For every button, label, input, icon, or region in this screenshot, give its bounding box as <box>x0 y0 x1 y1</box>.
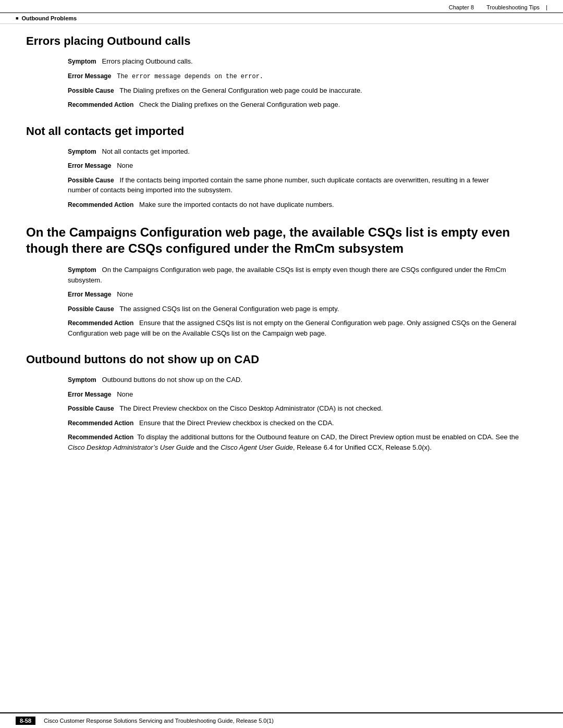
section-outbound-buttons: Outbound buttons do not show up on CAD S… <box>26 353 537 452</box>
field-value-error-3: None <box>117 290 133 298</box>
footer-title: Cisco Customer Response Solutions Servic… <box>44 718 274 724</box>
field-possible-cause-1: Possible Cause The Dialing prefixes on t… <box>68 85 537 96</box>
field-label-symptom-3: Symptom <box>68 266 96 274</box>
field-value-action-4a: Ensure that the Direct Preview checkbox … <box>139 419 334 427</box>
field-value-action-4b-2: and the <box>194 443 221 451</box>
section-label: Troubleshooting Tips <box>486 4 540 10</box>
field-label-error-3: Error Message <box>68 291 111 298</box>
field-symptom-3: Symptom On the Campaigns Configuration w… <box>68 265 537 285</box>
field-rec-action-1: Recommended Action Check the Dialing pre… <box>68 100 537 110</box>
chapter-label: Chapter 8 <box>449 4 474 10</box>
field-label-action-4a: Recommended Action <box>68 419 133 427</box>
field-symptom-4: Symptom Outbound buttons do not show up … <box>68 375 537 385</box>
section-title-outbound: Outbound buttons do not show up on CAD <box>26 353 537 366</box>
field-label-action-3: Recommended Action <box>68 319 133 327</box>
field-error-msg-2: Error Message None <box>68 161 537 171</box>
field-value-symptom-2: Not all contacts get imported. <box>102 147 190 155</box>
field-value-action-3: Ensure that the assigned CSQs list is no… <box>68 319 516 337</box>
breadcrumb-text: Outbound Problems <box>21 15 77 21</box>
field-value-error-2: None <box>117 162 133 169</box>
footer-page-num: 8-58 <box>16 717 35 725</box>
section-not-all-contacts: Not all contacts get imported Symptom No… <box>26 125 537 210</box>
section-title-contacts: Not all contacts get imported <box>26 125 537 138</box>
field-value-action-4b-italic1: Cisco Desktop Administrator’s User Guide <box>68 443 194 451</box>
field-label-cause-1: Possible Cause <box>68 87 114 94</box>
field-value-cause-4: The Direct Preview checkbox on the Cisco… <box>119 404 383 412</box>
field-value-symptom-1: Errors placing Outbound calls. <box>102 57 193 65</box>
field-label-cause-2: Possible Cause <box>68 177 114 184</box>
main-content: Errors placing Outbound calls Symptom Er… <box>0 24 563 509</box>
field-value-error-1: The error message depends on the error. <box>117 73 263 80</box>
field-error-msg-1: Error Message The error message depends … <box>68 71 537 81</box>
field-value-cause-3: The assigned CSQs list on the General Co… <box>119 305 339 313</box>
field-error-msg-3: Error Message None <box>68 289 537 300</box>
field-value-symptom-4: Outbound buttons do not show up on the C… <box>102 376 243 384</box>
field-value-error-4: None <box>117 390 133 398</box>
section-title-errors: Errors placing Outbound calls <box>26 34 537 48</box>
field-label-action-2: Recommended Action <box>68 201 133 208</box>
field-value-action-4b-1: To display the additional buttons for th… <box>137 433 519 441</box>
breadcrumb-bar: Outbound Problems <box>0 13 563 24</box>
field-label-error-2: Error Message <box>68 162 111 169</box>
section-campaigns-config: On the Campaigns Configuration web page,… <box>26 224 537 338</box>
field-label-action-1: Recommended Action <box>68 101 133 108</box>
field-label-symptom-2: Symptom <box>68 148 96 155</box>
field-value-action-4b-italic2: Cisco Agent User Guide <box>221 443 293 451</box>
field-value-cause-1: The Dialing prefixes on the General Conf… <box>119 87 362 94</box>
field-label-symptom-1: Symptom <box>68 58 96 65</box>
field-label-action-4b: Recommended Action <box>68 434 133 441</box>
field-symptom-2: Symptom Not all contacts get imported. <box>68 146 537 157</box>
field-possible-cause-2: Possible Cause If the contacts being imp… <box>68 175 537 195</box>
field-rec-action-4b: Recommended Action To display the additi… <box>68 432 537 452</box>
field-value-action-1: Check the Dialing prefixes on the Genera… <box>139 101 340 108</box>
footer-bar: 8-58 Cisco Customer Response Solutions S… <box>0 712 563 728</box>
field-value-action-4b-3: , Release 6.4 for Unified CCX, Release 5… <box>293 443 432 451</box>
field-possible-cause-3: Possible Cause The assigned CSQs list on… <box>68 304 537 314</box>
field-rec-action-2: Recommended Action Make sure the importe… <box>68 200 537 210</box>
field-label-cause-3: Possible Cause <box>68 305 114 313</box>
field-possible-cause-4: Possible Cause The Direct Preview checkb… <box>68 403 537 414</box>
field-label-error-4: Error Message <box>68 391 111 398</box>
section-title-campaigns: On the Campaigns Configuration web page,… <box>26 224 537 256</box>
field-symptom-1: Symptom Errors placing Outbound calls. <box>68 56 537 67</box>
field-rec-action-4a: Recommended Action Ensure that the Direc… <box>68 418 537 428</box>
header-chapter-section: Chapter 8 Troubleshooting Tips | <box>449 4 547 10</box>
field-label-cause-4: Possible Cause <box>68 405 114 412</box>
section-errors-placing: Errors placing Outbound calls Symptom Er… <box>26 34 537 110</box>
field-value-cause-2: If the contacts being imported contain t… <box>68 176 489 194</box>
field-value-symptom-3: On the Campaigns Configuration web page,… <box>68 266 506 284</box>
field-label-symptom-4: Symptom <box>68 376 96 384</box>
field-value-action-2: Make sure the imported contacts do not h… <box>139 201 334 208</box>
header-bar: Chapter 8 Troubleshooting Tips | <box>0 0 563 13</box>
field-label-error-1: Error Message <box>68 72 111 80</box>
field-error-msg-4: Error Message None <box>68 389 537 400</box>
field-rec-action-3: Recommended Action Ensure that the assig… <box>68 318 537 338</box>
